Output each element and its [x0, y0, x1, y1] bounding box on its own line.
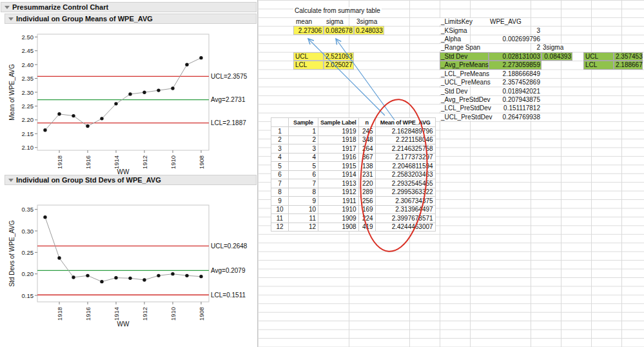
cell[interactable]: 1	[271, 127, 289, 136]
cell[interactable]: 1	[289, 127, 318, 136]
summary-header-mean[interactable]: mean	[294, 17, 323, 26]
data-point[interactable]	[86, 124, 89, 128]
cell[interactable]: 6	[271, 170, 289, 179]
column-header[interactable]: Sample Label	[318, 118, 359, 127]
cell[interactable]: 4	[289, 153, 318, 162]
cell[interactable]: 11	[271, 214, 289, 223]
cell[interactable]: 1918	[318, 135, 359, 144]
data-point[interactable]	[57, 256, 61, 259]
stddev-control-chart[interactable]: 0.150.200.250.300.35UCL=0.2648Avg=0.2079…	[5, 186, 258, 347]
cell[interactable]: 3	[289, 144, 318, 154]
cell[interactable]: 2.2146325758	[375, 144, 435, 154]
column-header[interactable]: n	[358, 118, 375, 127]
cell[interactable]: 2.2583203463	[375, 170, 435, 179]
cell[interactable]: _LCL_PreStdDev	[440, 104, 489, 112]
data-point[interactable]	[43, 128, 46, 132]
cell[interactable]: _LimitsKey	[440, 17, 489, 26]
cell[interactable]: 8	[271, 188, 289, 197]
cell[interactable]: 2.2932545455	[375, 179, 435, 188]
summary-ucl-value[interactable]: 2.521093	[324, 52, 354, 61]
side-lcl-value[interactable]: 2.188667	[614, 61, 643, 69]
cell[interactable]: 9	[289, 197, 318, 206]
cell[interactable]	[542, 17, 572, 26]
cell[interactable]: _Std Dev	[440, 52, 489, 61]
cell[interactable]: _UCL_PreMeans	[440, 78, 489, 86]
data-point[interactable]	[72, 275, 75, 279]
cell[interactable]: 289	[358, 188, 375, 197]
outline-title-report[interactable]: Presummarize Control Chart	[1, 2, 257, 12]
cell[interactable]: 0.018942021	[489, 86, 542, 95]
summary-lcl-label[interactable]: LCL	[293, 61, 324, 69]
cell[interactable]: 348	[358, 135, 375, 144]
data-point[interactable]	[185, 63, 188, 66]
cell[interactable]: 1915	[318, 162, 359, 171]
cell[interactable]	[542, 70, 572, 78]
cell[interactable]	[542, 35, 572, 43]
cell[interactable]: 2.221158046	[375, 135, 435, 144]
cell[interactable]: 2.306734375	[375, 197, 435, 206]
data-point[interactable]	[128, 277, 132, 280]
cell[interactable]: 2.4244463007	[375, 223, 435, 232]
cell[interactable]: 0.151117812	[489, 104, 542, 112]
cell[interactable]: _KSigma	[440, 26, 489, 34]
disclosure-icon[interactable]	[8, 17, 14, 21]
cell[interactable]: _UCL_PreStdDev	[440, 113, 489, 121]
cell[interactable]: 0.084393	[542, 52, 572, 61]
cell[interactable]: 0.028131003	[489, 52, 542, 61]
data-point[interactable]	[128, 92, 132, 95]
data-point[interactable]	[171, 86, 174, 90]
cell[interactable]: _Alpha	[440, 35, 489, 43]
column-header[interactable]	[271, 118, 289, 127]
cell[interactable]: 2.2995363322	[375, 188, 435, 197]
data-point[interactable]	[100, 117, 103, 120]
cell[interactable]: 264	[358, 144, 375, 154]
cell[interactable]: 2	[289, 135, 318, 144]
data-point[interactable]	[171, 272, 174, 275]
cell[interactable]: 10	[271, 205, 289, 214]
outline-title-stddev[interactable]: Individual on Group Std Devs of WPE_AVG	[5, 175, 257, 185]
cell[interactable]: 1919	[318, 127, 359, 136]
data-point[interactable]	[199, 56, 202, 59]
cell[interactable]: 4	[271, 153, 289, 162]
summary-caption[interactable]: Calculate from summary table	[293, 6, 396, 15]
data-point[interactable]	[185, 274, 188, 277]
data-point[interactable]	[86, 274, 89, 277]
cell[interactable]: 10	[289, 205, 318, 214]
cell[interactable]: WPE_AVG	[489, 17, 542, 26]
cell[interactable]: 8	[289, 188, 318, 197]
data-point[interactable]	[199, 275, 202, 278]
data-point[interactable]	[157, 274, 160, 277]
cell[interactable]: 12	[289, 223, 318, 232]
data-point[interactable]	[43, 215, 46, 219]
cell[interactable]: _LCL_PreMeans	[440, 70, 489, 78]
cell[interactable]: 169	[358, 205, 375, 214]
cell[interactable]: 138	[358, 162, 375, 171]
cell[interactable]: 1912	[318, 188, 359, 197]
summary-3sigma-cell[interactable]: 0.248033	[354, 26, 384, 34]
cell[interactable]: 2.188666849	[489, 70, 542, 78]
cell[interactable]: 3	[271, 144, 289, 154]
cell[interactable]	[542, 104, 572, 112]
cell[interactable]: 256	[358, 197, 375, 206]
cell[interactable]: 5	[289, 162, 318, 171]
cell[interactable]: 5	[271, 162, 289, 171]
disclosure-icon[interactable]	[5, 6, 10, 9]
cell[interactable]: 1908	[318, 223, 359, 232]
data-point[interactable]	[114, 276, 117, 279]
cell[interactable]: 2.357452869	[489, 78, 542, 86]
summary-header-3sigma[interactable]: 3sigma	[355, 17, 384, 26]
cell[interactable]: 1917	[318, 144, 359, 154]
data-point[interactable]	[57, 112, 61, 115]
cell[interactable]: 367	[358, 153, 375, 162]
cell[interactable]	[542, 61, 572, 69]
cell[interactable]: 1913	[318, 179, 359, 188]
cell[interactable]: 2.3997678571	[375, 214, 435, 223]
data-point[interactable]	[100, 280, 103, 283]
cell[interactable]: 7	[271, 179, 289, 188]
side-ucl-value[interactable]: 2.357453	[614, 52, 643, 61]
cell[interactable]: 11	[289, 214, 318, 223]
cell[interactable]: 7	[289, 179, 318, 188]
summary-header-sigma[interactable]: sigma	[324, 17, 353, 26]
cell[interactable]: 1909	[318, 214, 359, 223]
cell[interactable]: 2.2046811594	[375, 162, 435, 171]
